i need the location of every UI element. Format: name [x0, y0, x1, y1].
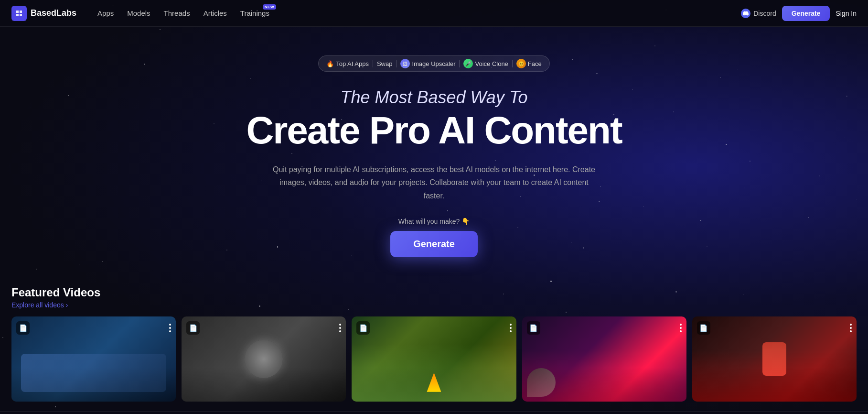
video-doc-icon-2: 📄	[186, 321, 200, 335]
swap-label: Swap	[377, 60, 393, 67]
video-menu-5[interactable]	[850, 324, 852, 332]
video-card-4[interactable]: 📄	[522, 316, 686, 402]
featured-header: Featured Videos Explore all videos ›	[11, 286, 857, 309]
vid3-bg	[352, 344, 516, 402]
videos-grid: 📄 📄	[11, 316, 857, 402]
hero-section: 🔥 Top AI Apps Swap 🖼 Image Upscaler 🎤 Vo…	[0, 27, 868, 276]
video-menu-4[interactable]	[680, 324, 682, 332]
video-doc-icon-1: 📄	[16, 321, 30, 335]
pill-face: 😊 Face	[516, 59, 542, 68]
pill-divider-2	[396, 60, 396, 67]
nav-apps[interactable]: Apps	[92, 6, 119, 20]
video-card-5[interactable]: 📄	[692, 316, 857, 402]
top-apps-label: Top AI Apps	[336, 60, 369, 67]
video-menu-1[interactable]	[169, 324, 171, 332]
video-doc-icon-4: 📄	[527, 321, 540, 335]
pill-swap: Swap	[377, 60, 393, 67]
voice-avatar: 🎤	[463, 59, 473, 68]
video-menu-2[interactable]	[339, 324, 341, 332]
video-doc-icon-5: 📄	[697, 321, 710, 335]
signin-button[interactable]: Sign In	[836, 10, 857, 17]
generate-hero-button[interactable]: Generate	[390, 231, 478, 257]
image-upscaler-label: Image Upscaler	[412, 60, 455, 67]
discord-link[interactable]: Discord	[741, 9, 776, 18]
video-card-2[interactable]: 📄	[182, 316, 346, 402]
nav-right: Discord Generate Sign In	[741, 6, 857, 21]
face-avatar: 😊	[516, 59, 526, 68]
pill-divider-3	[459, 60, 460, 67]
video-card-1[interactable]: 📄	[11, 316, 176, 402]
pill-voice-clone: 🎤 Voice Clone	[463, 59, 508, 68]
vid2-sphere	[245, 340, 283, 378]
explore-all-link[interactable]: Explore all videos ›	[11, 301, 857, 309]
discord-label: Discord	[753, 10, 776, 17]
footer: © BasedLabs 2025 Legal AI Tools AI Ideas…	[0, 411, 868, 414]
voice-clone-label: Voice Clone	[475, 60, 508, 67]
discord-icon	[741, 9, 750, 18]
pill-divider-4	[512, 60, 513, 67]
video-menu-3[interactable]	[510, 324, 512, 332]
video-icons-5: 📄	[697, 321, 852, 335]
vid5-glow	[692, 350, 857, 402]
pill-fire: 🔥 Top AI Apps	[326, 60, 369, 67]
video-icons-1: 📄	[16, 321, 171, 335]
vid1-decoration	[21, 354, 166, 392]
pill-image-upscaler: 🖼 Image Upscaler	[400, 59, 455, 68]
video-card-3[interactable]: 📄	[352, 316, 516, 402]
upscaler-avatar: 🖼	[400, 59, 410, 68]
hero-subtitle: The Most Based Way To	[10, 87, 858, 108]
hero-title: Create Pro AI Content	[10, 109, 858, 152]
video-icons-2: 📄	[186, 321, 341, 335]
video-doc-icon-3: 📄	[356, 321, 370, 335]
navbar: BasedLabs Apps Models Threads Articles T…	[0, 0, 868, 27]
vid4-glow	[522, 350, 686, 402]
generate-nav-button[interactable]: Generate	[782, 6, 830, 21]
logo-text: BasedLabs	[31, 8, 76, 18]
logo-icon	[11, 6, 27, 21]
nav-articles[interactable]: Articles	[198, 6, 233, 20]
hero-description: Quit paying for multiple AI subscription…	[272, 163, 597, 202]
logo-link[interactable]: BasedLabs	[11, 6, 76, 21]
hero-prompt-label: What will you make? 👇	[10, 218, 858, 225]
fire-emoji: 🔥	[326, 60, 334, 67]
top-bar-pill: 🔥 Top AI Apps Swap 🖼 Image Upscaler 🎤 Vo…	[318, 55, 550, 72]
nav-trainings[interactable]: Trainings NEW	[235, 6, 275, 20]
video-icons-3: 📄	[356, 321, 511, 335]
pill-divider-1	[373, 60, 373, 67]
nav-threads[interactable]: Threads	[158, 6, 196, 20]
featured-title: Featured Videos	[11, 286, 857, 299]
nav-models[interactable]: Models	[121, 6, 156, 20]
video-icons-4: 📄	[527, 321, 682, 335]
featured-section: Featured Videos Explore all videos › 📄 📄	[0, 276, 868, 402]
new-badge: NEW	[263, 4, 276, 10]
face-label: Face	[528, 60, 542, 67]
nav-links: Apps Models Threads Articles Trainings N…	[92, 6, 741, 20]
